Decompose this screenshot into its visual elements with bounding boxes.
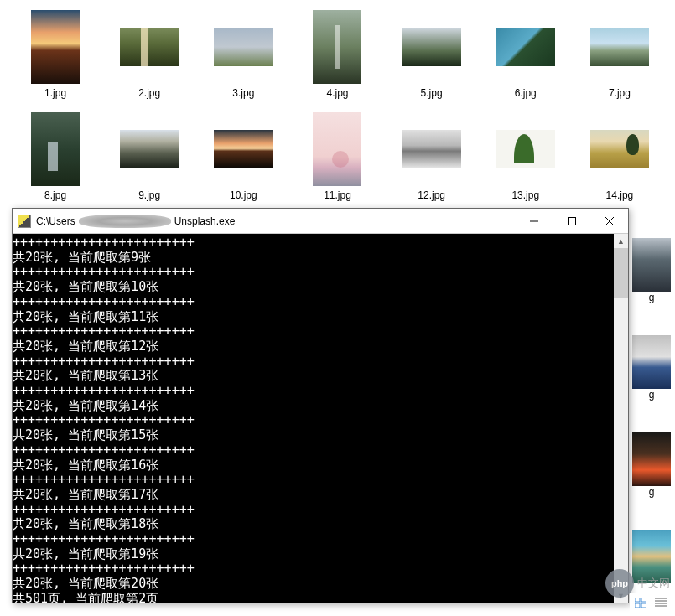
thumbnail xyxy=(496,111,556,188)
minimize-button[interactable] xyxy=(515,209,553,233)
file-item[interactable]: 3.jpg xyxy=(196,7,290,101)
file-item[interactable]: 10.jpg xyxy=(196,109,290,203)
file-label: 5.jpg xyxy=(421,87,443,99)
maximize-button[interactable] xyxy=(553,209,590,233)
thumbnail xyxy=(307,111,367,188)
thumbnail xyxy=(589,8,650,85)
file-label: 4.jpg xyxy=(326,87,348,99)
file-item[interactable]: 1.jpg xyxy=(8,7,102,101)
redacted-path xyxy=(79,215,171,228)
file-item[interactable]: 14.jpg xyxy=(573,109,667,203)
file-item[interactable]: 2.jpg xyxy=(102,7,196,101)
file-item[interactable]: 7.jpg xyxy=(573,7,667,101)
file-label: 1.jpg xyxy=(44,87,66,99)
svg-rect-6 xyxy=(635,603,640,608)
file-item-partial[interactable]: g xyxy=(628,238,675,320)
file-label: g xyxy=(649,389,655,401)
view-details-icon[interactable] xyxy=(652,594,670,611)
thumbnail xyxy=(589,111,650,188)
file-item[interactable]: 5.jpg xyxy=(385,7,479,101)
thumbnail xyxy=(25,8,86,85)
file-label: 13.jpg xyxy=(511,189,539,201)
file-label: 6.jpg xyxy=(515,87,537,99)
title-suffix: Unsplash.exe xyxy=(174,215,236,227)
file-label: 7.jpg xyxy=(609,87,631,99)
file-item[interactable]: 6.jpg xyxy=(479,7,573,101)
title-prefix: C:\Users xyxy=(36,215,75,227)
thumbnail xyxy=(25,111,86,188)
scrollbar[interactable]: ▲ ▼ xyxy=(614,234,628,603)
file-item-partial[interactable]: g xyxy=(628,335,675,417)
svg-rect-4 xyxy=(635,598,640,602)
view-mode-buttons xyxy=(630,593,672,613)
file-item[interactable]: 12.jpg xyxy=(385,109,479,203)
file-label: g xyxy=(649,486,655,498)
file-label: 3.jpg xyxy=(232,87,254,99)
scroll-track[interactable] xyxy=(614,248,628,588)
file-label: 11.jpg xyxy=(324,189,351,201)
scroll-up-button[interactable]: ▲ xyxy=(614,234,628,248)
file-grid: 1.jpg2.jpg3.jpg4.jpg5.jpg6.jpg7.jpg8.jpg… xyxy=(0,7,675,203)
svg-rect-7 xyxy=(641,603,646,608)
file-label: g xyxy=(649,292,655,303)
file-item[interactable]: 4.jpg xyxy=(290,7,384,101)
thumbnail xyxy=(402,111,462,188)
file-label: 9.jpg xyxy=(138,189,160,201)
console-window: C:\Users Unsplash.exe ++++++++++++++++++… xyxy=(12,208,629,603)
svg-rect-1 xyxy=(568,217,575,225)
file-label: 12.jpg xyxy=(418,189,445,201)
file-item[interactable]: 13.jpg xyxy=(479,109,573,203)
thumbnail xyxy=(402,8,462,85)
file-item[interactable]: 8.jpg xyxy=(8,109,102,203)
console-body: ++++++++++++++++++++++++ 共20张, 当前爬取第9张 +… xyxy=(13,234,628,603)
console-output: ++++++++++++++++++++++++ 共20张, 当前爬取第9张 +… xyxy=(13,234,613,603)
file-item-partial[interactable]: g xyxy=(628,432,675,515)
thumbnail xyxy=(119,111,179,188)
thumbnail xyxy=(119,8,179,85)
file-label: 8.jpg xyxy=(44,189,66,201)
file-label: 2.jpg xyxy=(138,87,160,99)
view-thumbnails-icon[interactable] xyxy=(631,594,650,611)
watermark-text: 中文网 xyxy=(637,576,670,591)
thumbnail xyxy=(307,8,367,85)
file-label: 14.jpg xyxy=(606,189,634,201)
scroll-thumb[interactable] xyxy=(614,248,628,298)
window-controls xyxy=(515,209,628,233)
thumbnail xyxy=(632,238,671,292)
thumbnail xyxy=(632,432,671,486)
file-item[interactable]: 11.jpg xyxy=(290,109,384,203)
file-label: 10.jpg xyxy=(230,189,257,201)
thumbnail xyxy=(496,8,556,85)
thumbnail xyxy=(632,335,671,389)
title-bar[interactable]: C:\Users Unsplash.exe xyxy=(13,209,628,234)
window-title: C:\Users Unsplash.exe xyxy=(36,215,515,228)
thumbnail xyxy=(213,8,273,85)
app-icon xyxy=(18,215,31,228)
file-item[interactable]: 9.jpg xyxy=(102,109,196,203)
svg-rect-5 xyxy=(641,598,646,602)
close-button[interactable] xyxy=(590,209,628,233)
thumbnail xyxy=(213,111,273,188)
